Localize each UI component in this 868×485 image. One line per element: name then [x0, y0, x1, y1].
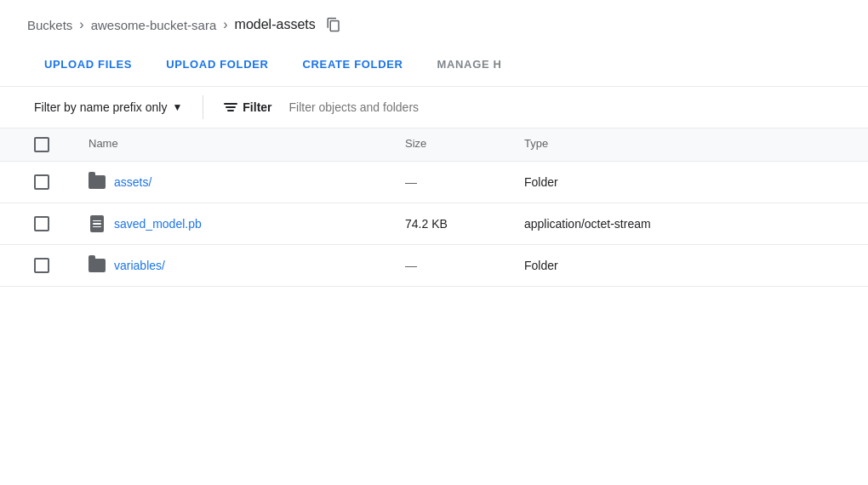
copy-path-icon[interactable] — [326, 17, 341, 32]
header-checkbox-cell — [27, 128, 82, 161]
chevron-down-icon: ▼ — [172, 101, 182, 113]
row-name[interactable]: saved_model.pb — [82, 203, 398, 244]
row-actions — [739, 170, 841, 194]
create-folder-button[interactable]: CREATE FOLDER — [286, 49, 420, 79]
breadcrumb: Buckets › awesome-bucket-sara › model-as… — [0, 0, 868, 43]
action-toolbar: UPLOAD FILES UPLOAD FOLDER CREATE FOLDER… — [0, 43, 868, 87]
row-checkbox-cell — [27, 246, 82, 285]
row-checkbox-cell — [27, 163, 82, 202]
row-actions — [739, 212, 841, 236]
upload-files-button[interactable]: UPLOAD FILES — [27, 49, 149, 79]
upload-folder-button[interactable]: UPLOAD FOLDER — [149, 49, 285, 79]
filter-prefix-label: Filter by name prefix only — [34, 100, 167, 114]
table-row: saved_model.pb 74.2 KB application/octet… — [0, 203, 868, 245]
filter-bar: Filter by name prefix only ▼ Filter — [0, 87, 868, 128]
header-type: Type — [517, 128, 739, 161]
table-header: Name Size Type — [0, 128, 868, 162]
filter-label: Filter — [243, 100, 271, 114]
row-name[interactable]: assets/ — [82, 162, 398, 203]
manage-button[interactable]: MANAGE H — [420, 49, 519, 79]
row-checkbox[interactable] — [34, 174, 49, 190]
row-size: — — [398, 247, 517, 284]
filter-icon — [224, 103, 237, 111]
row-size: 74.2 KB — [398, 205, 517, 242]
breadcrumb-bucket-name[interactable]: awesome-bucket-sara — [91, 18, 217, 32]
folder-icon — [89, 257, 106, 274]
breadcrumb-sep-2: › — [223, 17, 227, 32]
file-table: Name Size Type assets/ — Folder — [0, 128, 868, 287]
header-extra — [739, 128, 841, 161]
row-checkbox[interactable] — [34, 216, 49, 231]
row-actions — [739, 254, 841, 277]
table-row: variables/ — Folder — [0, 245, 868, 287]
breadcrumb-buckets[interactable]: Buckets — [27, 18, 72, 32]
row-type: Folder — [517, 247, 739, 284]
row-checkbox[interactable] — [34, 258, 49, 273]
breadcrumb-current-page: model-assets — [235, 17, 316, 32]
row-checkbox-cell — [27, 204, 82, 243]
select-all-checkbox[interactable] — [34, 137, 49, 152]
row-type: Folder — [517, 163, 739, 201]
row-name[interactable]: variables/ — [82, 245, 398, 286]
document-icon — [89, 215, 106, 232]
header-name: Name — [82, 128, 398, 161]
filter-divider — [203, 95, 203, 119]
folder-icon — [89, 174, 106, 191]
row-type: application/octet-stream — [517, 205, 739, 242]
table-row: assets/ — Folder — [0, 162, 868, 203]
breadcrumb-sep-1: › — [79, 17, 83, 32]
filter-input[interactable] — [289, 100, 545, 114]
filter-prefix-selector[interactable]: Filter by name prefix only ▼ — [27, 95, 189, 119]
header-size: Size — [398, 128, 517, 161]
filter-button[interactable]: Filter — [217, 95, 278, 119]
row-size: — — [398, 163, 517, 201]
